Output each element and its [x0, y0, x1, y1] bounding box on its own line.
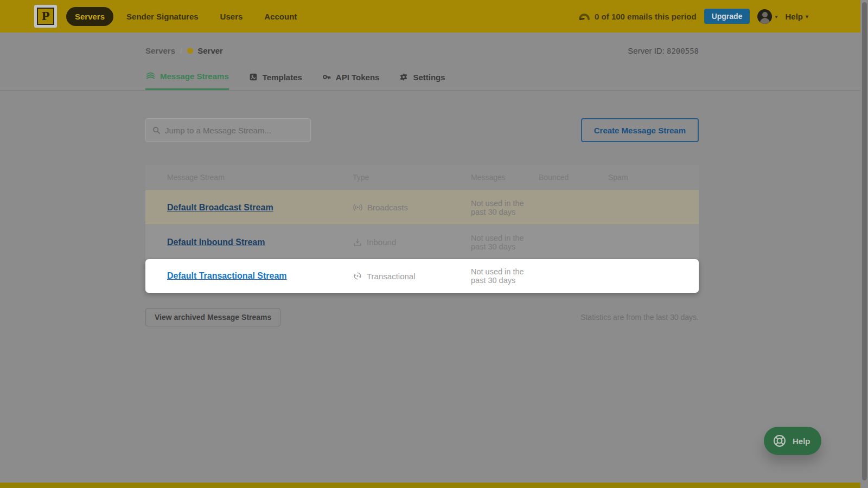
nav-item-users[interactable]: Users: [212, 7, 252, 26]
column-header-message-stream: Message Stream: [167, 173, 353, 182]
message-streams-table: Message Stream Type Messages Bounced Spa…: [145, 165, 699, 293]
column-header-spam: Spam: [608, 173, 677, 182]
tab-label: Message Streams: [160, 72, 229, 81]
main-content: Servers / Server Server ID: 8200558 Mess…: [145, 33, 699, 326]
tab-settings[interactable]: Settings: [399, 70, 445, 90]
breadcrumb-row: Servers / Server Server ID: 8200558: [145, 43, 699, 57]
view-archived-button[interactable]: View archived Message Streams: [145, 308, 280, 326]
postmark-logo-letter: P: [37, 8, 54, 25]
help-menu-label: Help: [785, 12, 803, 21]
type-label: Broadcasts: [367, 203, 408, 212]
tab-label: Settings: [413, 73, 445, 82]
status-cell: Not used in the past 30 days: [471, 267, 539, 285]
breadcrumb-current-label: Server: [197, 46, 223, 55]
type-label: Inbound: [367, 237, 396, 247]
column-header-bounced: Bounced: [539, 173, 608, 182]
scrollbar-track: [860, 0, 868, 488]
status-cell: Not used in the past 30 days: [471, 234, 539, 251]
postmark-logo[interactable]: P: [34, 5, 57, 28]
type-cell: Inbound: [353, 237, 471, 247]
type-label: Transactional: [367, 272, 416, 281]
stream-link-transactional[interactable]: Default Transactional Stream: [167, 271, 287, 280]
message-streams-icon: [145, 71, 156, 81]
create-message-stream-button[interactable]: Create Message Stream: [581, 118, 699, 142]
tab-message-streams[interactable]: Message Streams: [145, 70, 229, 90]
gear-icon: [399, 72, 409, 82]
navbar-right: 0 of 100 emails this period Upgrade ▾ He…: [578, 9, 857, 24]
tab-label: API Tokens: [336, 73, 380, 82]
tab-api-tokens[interactable]: API Tokens: [322, 70, 380, 90]
breadcrumb-servers-link[interactable]: Servers: [145, 46, 175, 55]
tab-templates[interactable]: Templates: [248, 70, 302, 90]
breadcrumb-current: Server: [187, 46, 223, 55]
table-row-inbound: Default Inbound Stream Inbound Not used …: [145, 224, 699, 259]
nav-item-sender-signatures[interactable]: Sender Signatures: [118, 7, 207, 26]
type-cell: Broadcasts: [353, 202, 471, 213]
usage-indicator: 0 of 100 emails this period: [578, 12, 697, 21]
status-cell: Not used in the past 30 days: [471, 199, 539, 216]
nav-item-servers[interactable]: Servers: [66, 7, 113, 26]
templates-icon: [248, 72, 258, 82]
chevron-down-icon: ▾: [806, 14, 808, 20]
server-status-dot: [187, 48, 193, 54]
search-icon: [152, 126, 161, 134]
help-menu[interactable]: Help ▾: [785, 12, 808, 21]
tab-label: Templates: [263, 73, 302, 82]
transactional-icon: [353, 271, 362, 281]
key-icon: [322, 72, 331, 82]
breadcrumb-separator: /: [180, 46, 182, 55]
broadcast-icon: [353, 202, 363, 213]
page: P Servers Sender Signatures Users Accoun…: [0, 0, 868, 488]
avatar: [757, 9, 772, 24]
help-fab-label: Help: [793, 436, 810, 446]
page-bottom-strip: [0, 483, 860, 488]
upgrade-button[interactable]: Upgrade: [704, 9, 750, 24]
server-id-label: Server ID:: [628, 46, 665, 55]
stream-link-inbound[interactable]: Default Inbound Stream: [167, 237, 265, 247]
top-navbar: P Servers Sender Signatures Users Accoun…: [0, 0, 868, 33]
stream-search[interactable]: [145, 118, 311, 142]
gauge-icon: [578, 12, 590, 20]
type-cell: Transactional: [353, 271, 471, 281]
usage-text: 0 of 100 emails this period: [595, 12, 697, 21]
server-id: Server ID: 8200558: [628, 46, 699, 55]
stream-link-broadcast[interactable]: Default Broadcast Stream: [167, 203, 273, 212]
table-row-transactional-spotlight: Default Transactional Stream Transaction…: [145, 259, 699, 293]
nav-items: Servers Sender Signatures Users Account: [66, 7, 305, 26]
column-header-messages: Messages: [471, 173, 539, 182]
table-row-broadcast: Default Broadcast Stream Broadcasts Not …: [145, 190, 699, 224]
search-input[interactable]: [165, 126, 304, 135]
inbound-icon: [353, 237, 362, 247]
column-header-type: Type: [353, 173, 471, 182]
help-fab[interactable]: Help: [764, 427, 821, 455]
account-menu[interactable]: ▾: [757, 9, 777, 24]
stream-toolbar: Create Message Stream: [145, 118, 699, 142]
breadcrumb: Servers / Server: [145, 46, 223, 55]
table-header: Message Stream Type Messages Bounced Spa…: [145, 165, 699, 190]
nav-item-account[interactable]: Account: [256, 7, 305, 26]
scrollbar-thumb[interactable]: [862, 2, 867, 480]
lifebuoy-icon: [771, 433, 788, 449]
server-id-value: 8200558: [667, 47, 699, 55]
table-footer: View archived Message Streams Statistics…: [145, 308, 699, 326]
stats-note: Statistics are from the last 30 days.: [580, 313, 699, 322]
chevron-down-icon: ▾: [775, 14, 777, 20]
server-tabs: Message Streams Templates API Tokens Set…: [145, 70, 699, 90]
